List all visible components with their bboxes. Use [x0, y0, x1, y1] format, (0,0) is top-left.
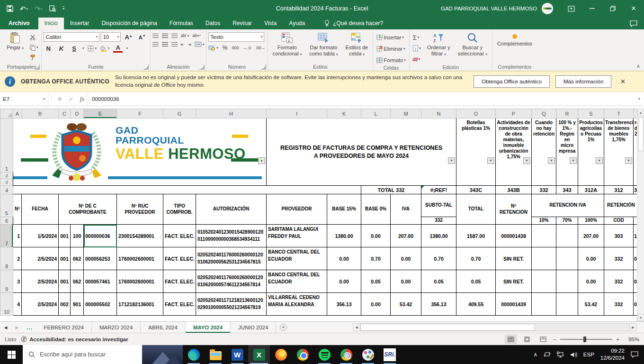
cell-N7[interactable]: 1380.00 [421, 225, 456, 247]
zoom-thumb[interactable] [583, 337, 586, 342]
cell-D8[interactable]: 062 [71, 247, 84, 270]
increase-indent-icon[interactable]: ⇥ [188, 42, 191, 47]
column-header-Q[interactable]: Q [532, 109, 556, 118]
column-header-R[interactable]: R [556, 109, 578, 118]
align-left-icon[interactable] [152, 42, 159, 46]
accessibility-status[interactable]: Accesibilidad: es necesario investigar [21, 336, 128, 342]
scroll-left-icon[interactable]: ◀ [353, 323, 360, 331]
column-header-L[interactable]: L [361, 109, 391, 118]
header-332[interactable]: 332 [421, 217, 456, 225]
decrease-indent-icon[interactable]: ⇤ [181, 42, 185, 47]
category-header-R[interactable]: 100 % y 1%.- Regim en micro mpresa▼ [556, 118, 578, 186]
increase-decimal-button[interactable]: ←.0 [243, 46, 251, 50]
font-size-combo[interactable]: 10▾ [101, 32, 121, 42]
sheet-tab-febrero[interactable]: FEBRERO 2024 [36, 322, 92, 333]
cell-T9[interactable]: 332 [604, 270, 634, 293]
column-header-M[interactable]: M [391, 109, 421, 118]
start-button[interactable] [0, 345, 23, 364]
conditional-formatting-button[interactable]: ≠ Formatocondicional ▾ [270, 31, 305, 58]
enter-formula-icon[interactable]: ✓ [65, 92, 77, 106]
comma-style-button[interactable]: 000 [232, 46, 239, 50]
taskbar-paint[interactable] [357, 345, 379, 364]
cell-K7[interactable]: 1380.00 [327, 225, 361, 247]
scroll-right-icon[interactable]: ▶ [629, 323, 637, 331]
category-header-O[interactable]: Botellas plásticas 1%▼ [456, 118, 496, 186]
taskbar-edge[interactable] [183, 345, 205, 364]
cell-F10[interactable]: 1712182136001 [117, 293, 163, 316]
tab-vista[interactable]: Vista [258, 18, 283, 29]
insert-cells-button[interactable]: Insertar▾ [375, 33, 407, 42]
cell-Q10[interactable] [532, 293, 556, 316]
cell-K9[interactable]: 0.00 [327, 270, 361, 293]
paste-button[interactable]: Pegar ▾ [4, 31, 27, 52]
sheet-tab-abril[interactable]: ABRIL 2024 [141, 322, 186, 333]
taskbar-chrome-profile[interactable] [335, 345, 357, 364]
merge-center-button[interactable]: ▾ [195, 42, 205, 47]
get-office-button[interactable]: Obtenga Office auténtico [474, 75, 550, 88]
font-name-combo[interactable]: Calibri▾ [44, 32, 99, 42]
cell-A8[interactable]: 2 [13, 247, 22, 270]
column-header-O[interactable]: O [456, 109, 496, 118]
autosum-button[interactable]: Σ▾ [411, 33, 422, 42]
taskbar-chrome[interactable] [292, 345, 313, 364]
customize-qat-button[interactable]: ▾ [63, 6, 64, 11]
cell-E9[interactable]: 000057461 [84, 270, 117, 293]
header-retencion2[interactable]: RETENCIÓN [604, 194, 637, 217]
cell-M7[interactable]: 207.00 [391, 225, 421, 247]
cell-I8[interactable]: BANCO CENTRAL DEL ECUADOR [267, 247, 327, 270]
header-fecha[interactable]: FECHA [22, 194, 59, 225]
cell-C7[interactable]: 001 [59, 225, 71, 247]
addins-button[interactable]: Complementos [494, 31, 535, 48]
redo-button[interactable]: ↷▾ [35, 5, 43, 12]
account-avatar[interactable] [542, 3, 553, 14]
scroll-down-icon[interactable]: ▼ [637, 314, 644, 321]
tab-insertar[interactable]: Insertar [64, 18, 96, 29]
filter-dropdown-icon[interactable]: ▼ [570, 157, 577, 164]
cell-H10[interactable]: 0205202401171218213600120029010000055021… [196, 293, 267, 316]
alignment-dialog-launcher[interactable] [199, 64, 205, 70]
taskbar-search-input[interactable]: Escribe aquí para buscar [23, 345, 142, 364]
sheet-nav-left-icon[interactable]: ◀ [0, 322, 11, 333]
cell-M8[interactable]: 0.00 [391, 247, 421, 270]
header-autorizacion[interactable]: AUTORIZACIÓN [196, 194, 267, 225]
taskbar-sri[interactable]: SRi. [379, 345, 401, 364]
normal-view-icon[interactable] [505, 335, 517, 344]
cell-O9[interactable]: 0.05 [456, 270, 496, 293]
zoom-in-icon[interactable]: + [616, 337, 619, 342]
sheet-tab-mayo[interactable]: MAYO 2024 [186, 322, 231, 333]
cell-N8[interactable]: 0.70 [421, 247, 456, 270]
cell-K8[interactable]: 0.00 [327, 247, 361, 270]
column-header-F[interactable]: F [117, 109, 163, 118]
cell-M10[interactable]: 53.42 [391, 293, 421, 316]
language-indicator[interactable]: ESP [583, 352, 594, 357]
insert-function-icon[interactable]: fx [77, 92, 88, 106]
header-70[interactable]: 70% [556, 217, 578, 225]
cell-L8[interactable]: 0.70 [361, 247, 391, 270]
row-header-2[interactable]: 2 [0, 173, 13, 179]
cell-H7[interactable]: 0105202401230015428900120011000000000368… [196, 225, 267, 247]
row-header-4[interactable]: 4 [0, 186, 13, 194]
clear-button[interactable]: ▾ [411, 55, 422, 64]
cell-E8[interactable]: 000056253 [84, 247, 117, 270]
tab-inicio[interactable]: Inicio [38, 18, 64, 29]
display-sync-icon[interactable] [544, 351, 551, 358]
code-cell[interactable]: 312A [578, 186, 604, 194]
column-header-T[interactable]: T [604, 109, 634, 118]
cell-C8[interactable]: 001 [59, 247, 71, 270]
cancel-formula-icon[interactable]: ✕ [54, 92, 65, 106]
decrease-font-icon[interactable]: A▼ [136, 34, 148, 41]
code-cell[interactable]: 343C [456, 186, 496, 194]
cell-Q7[interactable] [532, 225, 556, 247]
print-preview-icon[interactable] [49, 5, 56, 12]
column-header-P[interactable]: P [496, 109, 532, 118]
header-100[interactable]: 100% [578, 217, 604, 225]
account-name[interactable]: GAD PARROQUIAL VALLE HERMOSO [441, 6, 537, 11]
sort-filter-button[interactable]: AZ Ordenar yfiltrar ▾ [424, 31, 453, 58]
cell-K10[interactable]: 356.13 [327, 293, 361, 316]
header-subtotal[interactable]: SUBTO-TAL [421, 194, 456, 217]
more-info-button[interactable]: Más información [555, 75, 611, 88]
underline-button[interactable]: S [70, 45, 79, 53]
expand-formula-bar-icon[interactable]: ▾ [635, 92, 644, 106]
column-header-A[interactable]: A [13, 109, 22, 118]
cell-G9[interactable]: FACT. ELEC. [163, 270, 196, 293]
